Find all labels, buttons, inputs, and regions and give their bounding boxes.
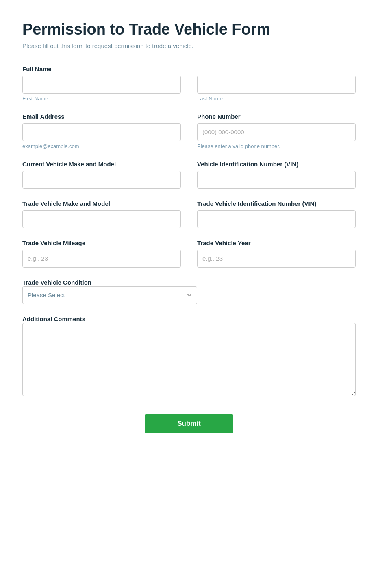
name-row: First Name Last Name bbox=[22, 76, 356, 102]
trade-vin-label: Trade Vehicle Identification Number (VIN… bbox=[197, 200, 356, 207]
email-input[interactable] bbox=[22, 123, 181, 141]
full-name-section: Full Name First Name Last Name bbox=[22, 65, 356, 102]
email-group: Email Address example@example.com bbox=[22, 113, 181, 149]
trade-vin-input[interactable] bbox=[197, 210, 356, 228]
submit-button[interactable]: Submit bbox=[145, 414, 233, 433]
vin-label: Vehicle Identification Number (VIN) bbox=[197, 161, 356, 168]
trade-vehicle-input[interactable] bbox=[22, 210, 181, 228]
phone-label: Phone Number bbox=[197, 113, 356, 120]
current-vehicle-label: Current Vehicle Make and Model bbox=[22, 161, 181, 168]
current-vehicle-group: Current Vehicle Make and Model bbox=[22, 161, 181, 189]
phone-group: Phone Number Please enter a valid phone … bbox=[197, 113, 356, 149]
mileage-input[interactable] bbox=[22, 250, 181, 268]
page-container: Permission to Trade Vehicle Form Please … bbox=[0, 0, 378, 588]
first-name-group: First Name bbox=[22, 76, 181, 102]
vin-input[interactable] bbox=[197, 171, 356, 189]
phone-hint: Please enter a valid phone number. bbox=[197, 143, 356, 149]
phone-input[interactable] bbox=[197, 123, 356, 141]
condition-select[interactable]: Please Select Excellent Good Fair Poor bbox=[22, 286, 197, 304]
trade-vehicle-group: Trade Vehicle Make and Model bbox=[22, 200, 181, 228]
last-name-hint: Last Name bbox=[197, 96, 356, 102]
condition-label: Trade Vehicle Condition bbox=[22, 279, 91, 286]
year-group: Trade Vehicle Year bbox=[197, 240, 356, 268]
year-input[interactable] bbox=[197, 250, 356, 268]
trade-vehicle-row: Trade Vehicle Make and Model Trade Vehic… bbox=[22, 200, 356, 228]
comments-section: Additional Comments bbox=[22, 316, 356, 398]
mileage-group: Trade Vehicle Mileage bbox=[22, 240, 181, 268]
current-vehicle-input[interactable] bbox=[22, 171, 181, 189]
submit-row: Submit bbox=[22, 414, 356, 433]
email-hint: example@example.com bbox=[22, 143, 181, 149]
email-phone-row: Email Address example@example.com Phone … bbox=[22, 113, 356, 149]
condition-section: Trade Vehicle Condition Please Select Ex… bbox=[22, 279, 197, 304]
trade-vehicle-label: Trade Vehicle Make and Model bbox=[22, 200, 181, 207]
trade-vin-group: Trade Vehicle Identification Number (VIN… bbox=[197, 200, 356, 228]
first-name-input[interactable] bbox=[22, 76, 181, 94]
form-subtitle: Please fill out this form to request per… bbox=[22, 42, 356, 49]
mileage-year-row: Trade Vehicle Mileage Trade Vehicle Year bbox=[22, 240, 356, 268]
last-name-input[interactable] bbox=[197, 76, 356, 94]
full-name-label: Full Name bbox=[22, 65, 356, 72]
current-vehicle-row: Current Vehicle Make and Model Vehicle I… bbox=[22, 161, 356, 189]
email-label: Email Address bbox=[22, 113, 181, 120]
vin-group: Vehicle Identification Number (VIN) bbox=[197, 161, 356, 189]
page-title: Permission to Trade Vehicle Form bbox=[22, 20, 356, 39]
mileage-label: Trade Vehicle Mileage bbox=[22, 240, 181, 246]
last-name-group: Last Name bbox=[197, 76, 356, 102]
comments-textarea[interactable] bbox=[22, 323, 356, 396]
year-label: Trade Vehicle Year bbox=[197, 240, 356, 246]
first-name-hint: First Name bbox=[22, 96, 181, 102]
form-body: Full Name First Name Last Name Email Add… bbox=[22, 65, 356, 433]
comments-label: Additional Comments bbox=[22, 316, 85, 322]
